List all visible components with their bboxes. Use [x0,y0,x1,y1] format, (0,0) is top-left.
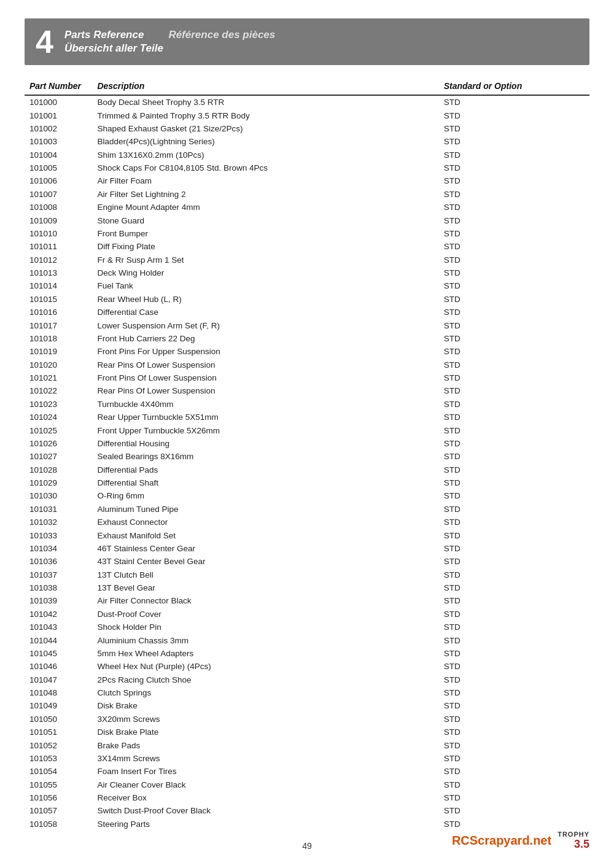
cell-description: Disk Brake [92,699,438,712]
cell-part-number: 101043 [25,621,92,634]
cell-part-number: 101022 [25,384,92,397]
cell-description: 43T Stainl Center Bevel Gear [92,555,438,568]
cell-part-number: 101050 [25,713,92,726]
cell-standard: STD [439,358,589,371]
cell-standard: STD [439,371,589,384]
cell-standard: STD [439,384,589,397]
cell-standard: STD [439,647,589,660]
cell-description: Air Filter Connector Black [92,594,438,607]
logo-trophy-text: TROPHY [558,831,589,838]
cell-part-number: 101046 [25,660,92,673]
cell-description: O-Ring 6mm [92,489,438,502]
cell-part-number: 101000 [25,95,92,109]
cell-part-number: 101016 [25,306,92,319]
cell-standard: STD [439,398,589,411]
cell-standard: STD [439,516,589,529]
cell-description: Disk Brake Plate [92,726,438,738]
cell-part-number: 101003 [25,135,92,148]
cell-standard: STD [439,95,589,109]
cell-description: Rear Pins Of Lower Suspension [92,384,438,397]
cell-standard: STD [439,634,589,646]
table-row: 101054Foam Insert For TiresSTD [25,765,589,778]
table-row: 101039Air Filter Connector BlackSTD [25,594,589,607]
cell-description: Wheel Hex Nut (Purple) (4Pcs) [92,660,438,673]
cell-description: Switch Dust-Proof Cover Black [92,804,438,817]
cell-standard: STD [439,135,589,148]
table-row: 101002Shaped Exhaust Gasket (21 Size/2Pc… [25,122,589,135]
cell-description: Front Pins Of Lower Suspension [92,371,438,384]
cell-standard: STD [439,174,589,187]
cell-part-number: 101018 [25,332,92,345]
cell-part-number: 101008 [25,201,92,214]
table-row: 101025Front Upper Turnbuckle 5X26mmSTD [25,424,589,436]
cell-part-number: 101038 [25,581,92,594]
cell-description: Deck Wing Holder [92,266,438,279]
table-row: 10103643T Stainl Center Bevel GearSTD [25,555,589,568]
cell-standard: STD [439,673,589,686]
cell-description: Exhaust Connector [92,516,438,529]
table-row: 101043Shock Holder PinSTD [25,621,589,634]
cell-description: Aluminium Chassis 3mm [92,634,438,646]
cell-description: Front Hub Carriers 22 Deg [92,332,438,345]
cell-description: Shim 13X16X0.2mm (10Pcs) [92,149,438,161]
cell-description: Lower Suspension Arm Set (F, R) [92,319,438,331]
table-row: 101048Clutch SpringsSTD [25,686,589,699]
cell-standard: STD [439,188,589,201]
parts-table: Part Number Description Standard or Opti… [25,77,589,831]
table-row: 101029Differential ShaftSTD [25,476,589,489]
table-row: 10103446T Stainless Center GearSTD [25,542,589,555]
cell-part-number: 101028 [25,463,92,476]
cell-description: 3X20mm Screws [92,713,438,726]
watermark-text: RCScrapyard.net [452,834,551,848]
table-row: 101013Deck Wing HolderSTD [25,266,589,279]
table-row: 1010472Pcs Racing Clutch ShoeSTD [25,673,589,686]
cell-part-number: 101029 [25,476,92,489]
cell-part-number: 101039 [25,594,92,607]
cell-part-number: 101009 [25,214,92,227]
cell-description: Shock Holder Pin [92,621,438,634]
cell-part-number: 101021 [25,371,92,384]
cell-description: 13T Bevel Gear [92,581,438,594]
cell-description: Shock Caps For C8104,8105 Std. Brown 4Pc… [92,161,438,174]
logo-trophy-num: 3.5 [574,838,589,851]
cell-standard: STD [439,542,589,555]
cell-description: 3X14mm Screws [92,752,438,765]
table-row: 101014Fuel TankSTD [25,279,589,292]
cell-part-number: 101031 [25,503,92,516]
table-row: 10103713T Clutch BellSTD [25,568,589,581]
cell-standard: STD [439,738,589,751]
table-row: 101046Wheel Hex Nut (Purple) (4Pcs)STD [25,660,589,673]
cell-standard: STD [439,201,589,214]
cell-description: Differential Pads [92,463,438,476]
cell-standard: STD [439,437,589,450]
cell-standard: STD [439,319,589,331]
table-row: 101058Steering PartsSTD [25,818,589,831]
cell-standard: STD [439,240,589,253]
cell-description: Front Pins For Upper Suspension [92,345,438,358]
table-header: Part Number Description Standard or Opti… [25,77,589,95]
table-row: 101051Disk Brake PlateSTD [25,726,589,738]
cell-standard: STD [439,122,589,135]
cell-part-number: 101048 [25,686,92,699]
table-row: 101004Shim 13X16X0.2mm (10Pcs)STD [25,149,589,161]
cell-standard: STD [439,503,589,516]
cell-part-number: 101045 [25,647,92,660]
cell-description: Sealed Bearings 8X16mm [92,450,438,463]
cell-part-number: 101032 [25,516,92,529]
cell-description: Air Filter Foam [92,174,438,187]
cell-description: Brake Pads [92,738,438,751]
table-body: 101000Body Decal Sheet Trophy 3.5 RTRSTD… [25,95,589,831]
table-row: 101022Rear Pins Of Lower SuspensionSTD [25,384,589,397]
cell-part-number: 101024 [25,411,92,424]
cell-part-number: 101011 [25,240,92,253]
cell-part-number: 101004 [25,149,92,161]
header-title-row: Parts Reference Référence des pièces [64,29,275,41]
cell-part-number: 101025 [25,424,92,436]
cell-standard: STD [439,752,589,765]
cell-description: 46T Stainless Center Gear [92,542,438,555]
header-banner: 4 Parts Reference Référence des pièces Ü… [25,18,589,65]
table-row: 101020Rear Pins Of Lower SuspensionSTD [25,358,589,371]
cell-part-number: 101020 [25,358,92,371]
table-row: 101024Rear Upper Turnbuckle 5X51mmSTD [25,411,589,424]
cell-description: Rear Wheel Hub (L, R) [92,293,438,306]
